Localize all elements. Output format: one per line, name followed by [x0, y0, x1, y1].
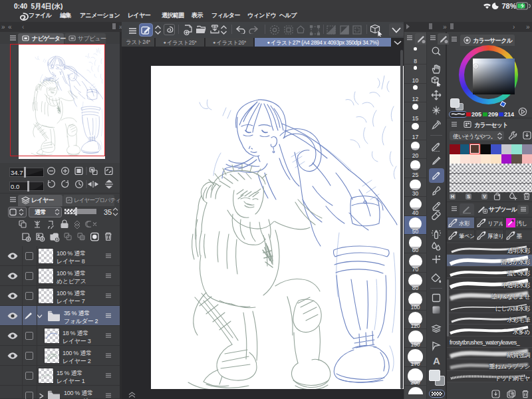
- svg-text:78%: 78%: [502, 2, 517, 10]
